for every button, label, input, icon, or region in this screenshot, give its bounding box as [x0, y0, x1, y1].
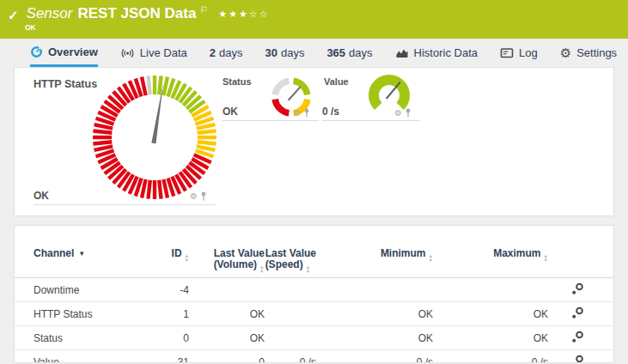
- channel-id: 1: [158, 308, 189, 320]
- edit-channel-icon[interactable]: [570, 282, 585, 296]
- column-header-minimum[interactable]: Minimum▲▼: [316, 248, 433, 261]
- tab-overview[interactable]: Overview: [30, 39, 98, 67]
- tab-number: 30: [265, 46, 277, 59]
- pin-icon[interactable]: [303, 108, 310, 118]
- channel-name: Status: [34, 332, 158, 344]
- last-value-volume: OK: [189, 332, 265, 344]
- broadcast-icon: [120, 47, 135, 59]
- gear-icon[interactable]: ⚙: [190, 192, 198, 201]
- prtg-sensor-page: { "colors": { "header_bg": "#b2c31c", "a…: [0, 0, 628, 364]
- channels-table-panel: Channel▼ ID▲▼ Last Value (Volume)▲▼ Last…: [14, 225, 614, 363]
- table-row-downtime[interactable]: Downtime -4: [15, 278, 613, 302]
- channel-name: HTTP Status: [34, 308, 158, 320]
- flag-icon[interactable]: ⚐: [199, 4, 208, 15]
- maximum-value: 0 /s: [433, 356, 548, 364]
- tab-bar: Overview Live Data 2 days 30 days 365 da…: [0, 39, 628, 67]
- table-row-http-status[interactable]: HTTP Status 1 OK OK OK: [15, 302, 613, 326]
- last-value-volume: OK: [189, 308, 265, 320]
- channel-name: Downtime: [34, 284, 158, 296]
- gauges-panel: HTTP Status OK ⚙ Status OK ⚙ Value 0 /s …: [14, 67, 614, 216]
- log-icon: [500, 47, 514, 58]
- tab-label: Live Data: [140, 46, 187, 59]
- sensor-title: REST JSON Data: [77, 5, 196, 22]
- area-chart-icon: [395, 47, 409, 59]
- channel-id: 0: [158, 332, 189, 344]
- sort-icon: ▲▼: [544, 254, 548, 262]
- sort-icon: ▲▼: [429, 254, 433, 262]
- edit-channel-icon[interactable]: [570, 354, 585, 364]
- gauge-actions: ⚙: [293, 108, 310, 118]
- tab-30-days[interactable]: 30 days: [265, 39, 304, 67]
- minimum-value: OK: [316, 308, 433, 320]
- edit-channel-icon[interactable]: [570, 330, 585, 344]
- tab-settings[interactable]: ⚙ Settings: [560, 39, 617, 67]
- tab-label: days: [219, 46, 242, 59]
- divider: [34, 204, 216, 205]
- tab-log[interactable]: Log: [500, 39, 538, 67]
- column-header-last-value-volume[interactable]: Last Value (Volume)▲▼: [189, 248, 265, 272]
- gauge-icon: [30, 46, 43, 58]
- last-value-speed: 0 /s: [265, 356, 316, 364]
- sensor-title-line: ✓ Sensor REST JSON Data ⚐ ★★★☆☆: [8, 5, 270, 23]
- tab-label: days: [349, 46, 372, 59]
- sensor-status-badge: OK: [25, 23, 36, 32]
- maximum-value: OK: [433, 308, 548, 320]
- divider: [322, 120, 420, 121]
- gauge-actions: ⚙: [394, 108, 412, 118]
- channel-name: Value: [34, 356, 158, 364]
- tab-365-days[interactable]: 365 days: [326, 39, 372, 67]
- sort-icon: ▲▼: [306, 265, 310, 273]
- tab-number: 365: [326, 46, 345, 59]
- gear-icon[interactable]: ⚙: [394, 109, 402, 118]
- last-value-volume: 0: [189, 356, 265, 364]
- object-kind-label: Sensor: [27, 5, 73, 22]
- table-row-value[interactable]: Value 31 0 0 /s 0 /s 0 /s: [15, 350, 613, 363]
- status-gauge-value: OK: [223, 106, 238, 118]
- sensor-header: ✓ Sensor REST JSON Data ⚐ ★★★☆☆ OK: [0, 0, 628, 39]
- minimum-value: 0 /s: [316, 356, 433, 364]
- tab-historic-data[interactable]: Historic Data: [395, 39, 478, 67]
- gear-icon: ⚙: [560, 46, 571, 61]
- value-gauge-value: 0 /s: [322, 106, 339, 118]
- tab-label: Settings: [576, 46, 617, 59]
- priority-stars[interactable]: ★★★☆☆: [218, 9, 269, 20]
- table-row-status[interactable]: Status 0 OK OK OK: [15, 326, 613, 350]
- tab-label: Log: [519, 46, 538, 59]
- column-header-maximum[interactable]: Maximum▲▼: [433, 248, 548, 261]
- table-header-row: Channel▼ ID▲▼ Last Value (Volume)▲▼ Last…: [15, 226, 613, 278]
- pin-icon[interactable]: [405, 108, 412, 118]
- panel-title-http-status: HTTP Status: [34, 78, 97, 90]
- gear-icon[interactable]: ⚙: [293, 109, 301, 118]
- divider: [223, 120, 319, 121]
- http-status-gauge: [90, 73, 219, 202]
- column-header-id[interactable]: ID▲▼: [158, 248, 189, 261]
- tab-number: 2: [210, 46, 216, 59]
- column-header-last-value-speed[interactable]: Last Value (Speed)▲▼: [265, 248, 316, 272]
- pin-icon[interactable]: [200, 191, 207, 201]
- sort-icon: ▲▼: [259, 265, 264, 273]
- sort-icon: ▲▼: [185, 254, 189, 262]
- edit-channel-icon[interactable]: [570, 306, 585, 320]
- channel-id: -4: [158, 284, 189, 296]
- panel-title-value: Value: [324, 76, 349, 87]
- panel-title-status: Status: [223, 76, 252, 87]
- column-header-channel[interactable]: Channel▼: [34, 248, 158, 260]
- gauge-actions: ⚙: [190, 191, 207, 201]
- channel-id: 31: [158, 356, 189, 364]
- tab-2-days[interactable]: 2 days: [210, 39, 243, 67]
- minimum-value: OK: [316, 332, 433, 344]
- tab-label: Historic Data: [414, 46, 478, 59]
- sort-desc-icon: ▼: [78, 250, 85, 258]
- http-status-gauge-value: OK: [34, 190, 49, 202]
- status-check-icon: ✓: [8, 8, 19, 23]
- tab-live-data[interactable]: Live Data: [120, 39, 187, 67]
- tab-label: days: [281, 46, 304, 59]
- maximum-value: OK: [433, 332, 548, 344]
- tab-label: Overview: [48, 46, 98, 58]
